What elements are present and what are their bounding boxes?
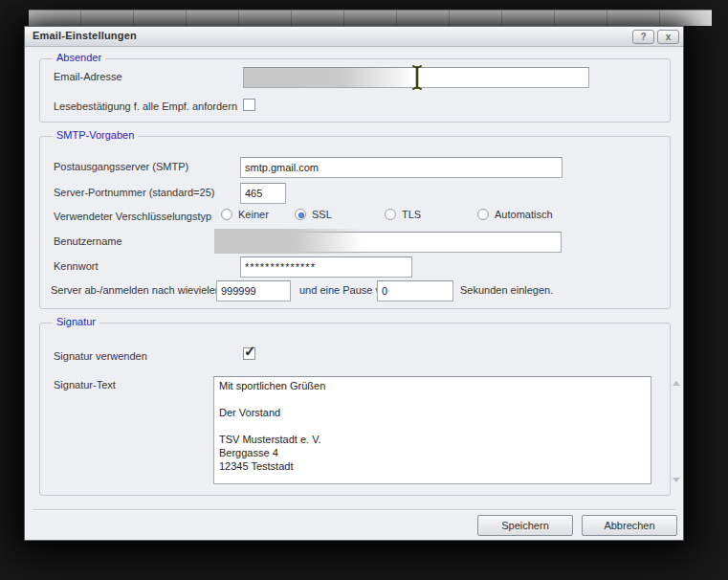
smtp-port-input[interactable]	[240, 183, 286, 204]
close-icon[interactable]: x	[657, 30, 679, 44]
text-cursor-icon	[411, 64, 423, 91]
radio-ssl-label: SSL	[312, 209, 332, 220]
radio-automatisch-label: Automatisch	[495, 209, 553, 220]
dialog-titlebar[interactable]: Email-Einstellungen ? x	[25, 27, 683, 47]
smtp-port-label: Server-Portnummer (standard=25)	[54, 187, 214, 198]
encryption-type-label: Verwendeter Verschlüsselungstyp	[54, 211, 211, 222]
email-settings-dialog: Email-Einstellungen ? x Absender Email-A…	[24, 26, 684, 541]
group-absender-label: Absender	[53, 52, 105, 63]
help-icon[interactable]: ?	[632, 30, 654, 44]
throttle-emails-input[interactable]	[216, 280, 291, 301]
use-signature-checkbox[interactable]: ✓	[243, 347, 255, 360]
smtp-server-input[interactable]	[240, 157, 563, 178]
throttle-suffix-text: Sekunden einlegen.	[460, 284, 553, 296]
signature-text-label: Signatur-Text	[54, 379, 116, 390]
radio-icon	[385, 209, 396, 220]
radio-icon	[477, 209, 489, 220]
group-smtp-label: SMTP-Vorgaben	[53, 129, 138, 141]
use-signature-label: Signatur verwenden	[54, 350, 147, 362]
read-receipt-label: Lesebestätigung f. alle Empf. anfordern	[54, 100, 237, 112]
scrollbar-down-icon[interactable]	[673, 478, 680, 482]
password-label: Kennwort	[54, 260, 98, 272]
radio-icon	[295, 209, 306, 220]
checkmark-icon: ✓	[244, 343, 256, 360]
read-receipt-checkbox[interactable]: ✓	[243, 99, 255, 111]
cancel-button[interactable]: Abbrechen	[582, 515, 677, 536]
background-window-strip	[29, 10, 712, 26]
save-button[interactable]: Speichern	[477, 515, 573, 536]
dialog-title: Email-Einstellungen	[33, 30, 137, 41]
smtp-server-label: Postausgangsserver (SMTP)	[54, 161, 188, 172]
email-address-label: Email-Adresse	[54, 71, 122, 82]
radio-tls-label: TLS	[402, 209, 421, 220]
username-input[interactable]	[240, 232, 562, 253]
footer-divider	[33, 509, 675, 511]
password-input[interactable]	[240, 257, 412, 278]
username-label: Benutzername	[54, 235, 122, 247]
scrollbar-up-icon[interactable]	[673, 381, 680, 386]
radio-keiner-label: Keiner	[238, 209, 269, 220]
signature-textarea[interactable]: Mit sportlichen Grüßen Der Vorstand TSV …	[213, 376, 651, 484]
throttle-pause-input[interactable]	[377, 280, 453, 301]
group-signatur-label: Signatur	[53, 316, 99, 327]
radio-icon	[221, 209, 232, 220]
